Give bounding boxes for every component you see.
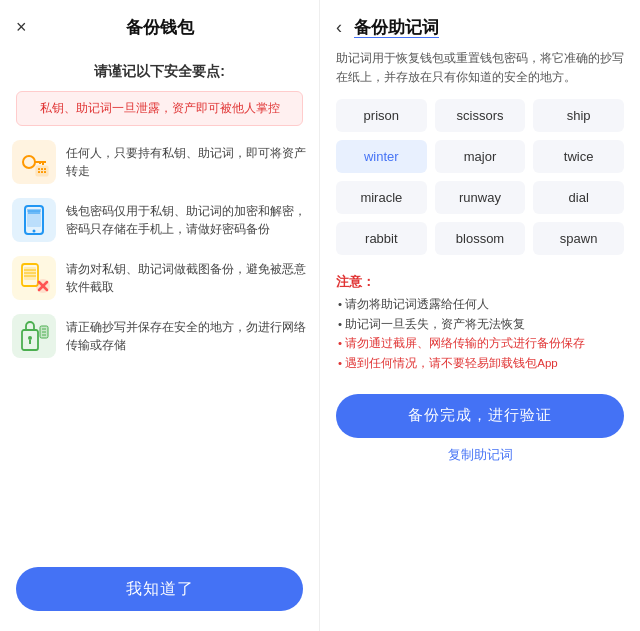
right-btn-area: 备份完成，进行验证 复制助记词 bbox=[320, 384, 640, 470]
security-item-2: 钱包密码仅用于私钥、助记词的加密和解密，密码只存储在手机上，请做好密码备份 bbox=[12, 198, 307, 242]
mnemonic-word-1: prison bbox=[336, 99, 427, 132]
security-item-4-text: 请正确抄写并保存在安全的地方，勿进行网络传输或存储 bbox=[66, 314, 307, 354]
mnemonic-word-11: blossom bbox=[435, 222, 526, 255]
notice-item-4: • 遇到任何情况，请不要轻易卸载钱包App bbox=[336, 354, 624, 374]
verify-button[interactable]: 备份完成，进行验证 bbox=[336, 394, 624, 438]
copy-link[interactable]: 复制助记词 bbox=[336, 446, 624, 464]
security-list: 任何人，只要持有私钥、助记词，即可将资产转走 钱包密码仅用于私钥、助记词的加密和… bbox=[0, 140, 319, 555]
mnemonic-word-10: rabbit bbox=[336, 222, 427, 255]
right-header: ‹ 备份助记词 bbox=[320, 0, 640, 49]
back-icon[interactable]: ‹ bbox=[336, 17, 342, 38]
acknowledge-button[interactable]: 我知道了 bbox=[16, 567, 303, 611]
left-header: × 备份钱包 bbox=[0, 0, 319, 55]
right-panel: ‹ 备份助记词 助记词用于恢复钱包或重置钱包密码，将它准确的抄写在纸上，并存放在… bbox=[320, 0, 640, 631]
security-heading: 请谨记以下安全要点: bbox=[94, 63, 225, 81]
notice-item-2: • 助记词一旦丢失，资产将无法恢复 bbox=[336, 315, 624, 335]
mnemonic-word-7: miracle bbox=[336, 181, 427, 214]
warning-banner: 私钥、助记词一旦泄露，资产即可被他人掌控 bbox=[16, 91, 303, 126]
doc-icon bbox=[12, 314, 56, 358]
svg-point-30 bbox=[28, 336, 32, 340]
svg-rect-7 bbox=[41, 168, 43, 170]
svg-rect-9 bbox=[38, 171, 40, 173]
mnemonic-word-5: major bbox=[435, 140, 526, 173]
security-item-1: 任何人，只要持有私钥、助记词，即可将资产转走 bbox=[12, 140, 307, 184]
svg-rect-10 bbox=[41, 171, 43, 173]
scan-icon bbox=[12, 256, 56, 300]
mnemonic-word-8: runway bbox=[435, 181, 526, 214]
notice-item-3: • 请勿通过截屏、网络传输的方式进行备份保存 bbox=[336, 334, 624, 354]
notice-title: 注意： bbox=[336, 273, 624, 291]
right-title: 备份助记词 bbox=[354, 16, 439, 39]
svg-rect-8 bbox=[44, 168, 46, 170]
mnemonic-word-12: spawn bbox=[533, 222, 624, 255]
security-item-1-text: 任何人，只要持有私钥、助记词，即可将资产转走 bbox=[66, 140, 307, 180]
mnemonic-word-4: winter bbox=[336, 140, 427, 173]
security-item-2-text: 钱包密码仅用于私钥、助记词的加密和解密，密码只存储在手机上，请做好密码备份 bbox=[66, 198, 307, 238]
mnemonic-word-2: scissors bbox=[435, 99, 526, 132]
mnemonic-grid: prisonscissorsshipwintermajortwicemiracl… bbox=[320, 99, 640, 265]
svg-rect-11 bbox=[44, 171, 46, 173]
notice-section: 注意： • 请勿将助记词透露给任何人• 助记词一旦丢失，资产将无法恢复• 请勿通… bbox=[320, 265, 640, 383]
key-icon bbox=[12, 140, 56, 184]
right-desc: 助记词用于恢复钱包或重置钱包密码，将它准确的抄写在纸上，并存放在只有你知道的安全… bbox=[320, 49, 640, 99]
svg-rect-6 bbox=[38, 168, 40, 170]
security-item-3: 请勿对私钥、助记词做截图备份，避免被恶意软件截取 bbox=[12, 256, 307, 300]
mnemonic-word-3: ship bbox=[533, 99, 624, 132]
left-btn-area: 我知道了 bbox=[0, 555, 319, 631]
left-title: 备份钱包 bbox=[126, 16, 194, 39]
left-panel: × 备份钱包 请谨记以下安全要点: 私钥、助记词一旦泄露，资产即可被他人掌控 bbox=[0, 0, 320, 631]
security-item-4: 请正确抄写并保存在安全的地方，勿进行网络传输或存储 bbox=[12, 314, 307, 358]
svg-point-18 bbox=[33, 230, 36, 233]
close-icon[interactable]: × bbox=[16, 17, 27, 38]
mnemonic-word-9: dial bbox=[533, 181, 624, 214]
security-item-3-text: 请勿对私钥、助记词做截图备份，避免被恶意软件截取 bbox=[66, 256, 307, 296]
notice-item-1: • 请勿将助记词透露给任何人 bbox=[336, 295, 624, 315]
mnemonic-word-6: twice bbox=[533, 140, 624, 173]
svg-rect-28 bbox=[12, 314, 56, 358]
phone-icon bbox=[12, 198, 56, 242]
